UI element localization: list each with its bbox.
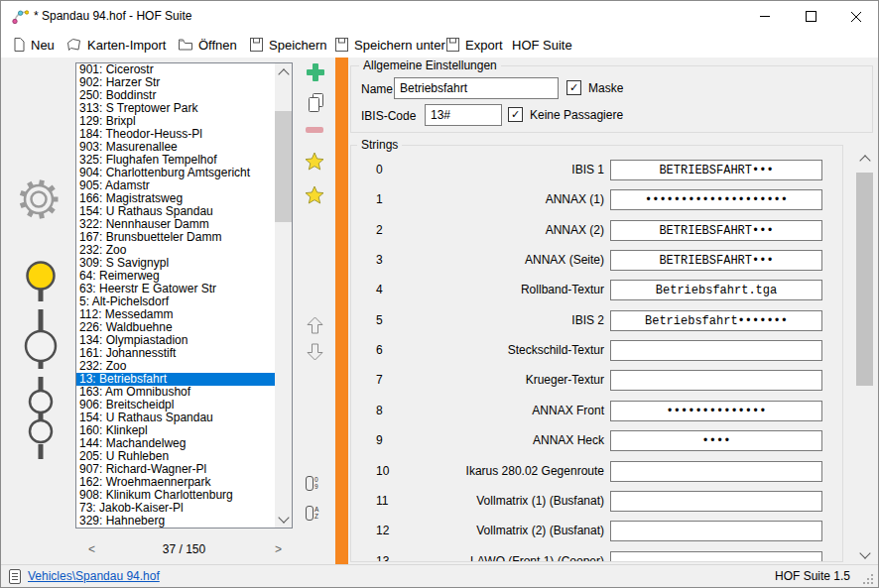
toolbar-speichern-button[interactable]: Speichern bbox=[250, 32, 327, 58]
stop-list-item[interactable]: 129: Brixpl bbox=[76, 115, 275, 128]
maske-checkbox[interactable]: ✓ bbox=[566, 80, 581, 95]
string-input[interactable] bbox=[610, 370, 822, 391]
string-input[interactable] bbox=[610, 250, 822, 271]
stop-list-item[interactable]: 226: Waldbuehne bbox=[76, 321, 275, 334]
sort-alpha-icon[interactable]: A Z bbox=[306, 506, 318, 521]
keine-passagiere-checkbox[interactable]: ✓ bbox=[508, 107, 523, 122]
sort-numeric-icon[interactable]: 0 9 bbox=[306, 476, 318, 491]
arrow-down-icon bbox=[307, 343, 323, 361]
list-scrollbar-thumb[interactable] bbox=[275, 111, 292, 222]
minimize-button[interactable] bbox=[742, 1, 788, 32]
string-input[interactable] bbox=[610, 189, 822, 210]
stop-list-item[interactable]: 64: Reimerweg bbox=[76, 270, 275, 283]
scroll-down-button[interactable] bbox=[275, 511, 292, 528]
favorite-star-button[interactable] bbox=[305, 152, 324, 175]
stop-list-item[interactable]: 167: Brunsbuetteler Damm bbox=[76, 231, 275, 244]
stop-list-item-selected[interactable]: 13: Betriebsfahrt bbox=[76, 373, 275, 386]
move-down-button[interactable] bbox=[307, 343, 323, 365]
stop-list-item[interactable]: 250: Boddinstr bbox=[76, 89, 275, 102]
ibis-code-input[interactable] bbox=[425, 104, 502, 126]
string-input[interactable] bbox=[610, 280, 822, 300]
string-input[interactable] bbox=[610, 340, 822, 361]
string-input[interactable] bbox=[610, 220, 822, 241]
stop-list-item[interactable]: 906: Breitscheidpl bbox=[76, 399, 275, 412]
toolbar-hof-suite-menu[interactable]: HOF Suite bbox=[512, 32, 572, 58]
stop-list-item[interactable]: 905: Adamstr bbox=[76, 179, 275, 192]
stop-list-item[interactable]: 325: Flughafen Tempelhof bbox=[76, 154, 275, 167]
add-button[interactable] bbox=[307, 63, 324, 81]
favorite-star-button-2[interactable] bbox=[305, 185, 324, 208]
list-scrollbar[interactable] bbox=[275, 63, 292, 528]
panel-scroll-down-button[interactable] bbox=[856, 546, 873, 563]
panel-scrollbar-thumb[interactable] bbox=[856, 173, 873, 386]
file-icon bbox=[9, 569, 21, 588]
stop-list-item[interactable]: 903: Masurenallee bbox=[76, 141, 275, 154]
stop-list-item[interactable]: 329: Hahneberg bbox=[76, 515, 275, 528]
resize-grip[interactable] bbox=[871, 582, 873, 584]
current-stop-marker bbox=[28, 263, 55, 290]
stop-list-item[interactable]: 63: Heerstr E Gatower Str bbox=[76, 283, 275, 295]
stop-list-item[interactable]: 161: Johannesstift bbox=[76, 347, 275, 360]
stop-list-item[interactable]: 184: Theodor-Heuss-Pl bbox=[76, 128, 275, 141]
stop-list-item[interactable]: 144: Machandelweg bbox=[76, 437, 275, 450]
string-index: 7 bbox=[376, 373, 383, 387]
string-input[interactable] bbox=[610, 160, 822, 180]
string-input[interactable] bbox=[610, 430, 822, 451]
string-input[interactable] bbox=[610, 461, 822, 482]
move-up-button[interactable] bbox=[307, 316, 323, 338]
scroll-up-button[interactable] bbox=[275, 63, 292, 80]
stop-list-item[interactable]: 232: Zoo bbox=[76, 360, 275, 373]
general-settings-legend: Allgemeine Einstellungen bbox=[359, 59, 501, 72]
stop-list-item[interactable]: 134: Olympiastadion bbox=[76, 334, 275, 347]
toolbar-speichern-unter-button[interactable]: Speichern unter bbox=[335, 32, 445, 58]
next-stop-button[interactable]: > bbox=[275, 541, 282, 557]
string-index: 10 bbox=[376, 464, 389, 478]
route-stops-graphic bbox=[1, 257, 80, 471]
stop-list-item[interactable]: 904: Charlottenburg Amtsgericht bbox=[76, 167, 275, 179]
stop-marker bbox=[30, 391, 52, 412]
string-input[interactable] bbox=[610, 401, 822, 421]
duplicate-button[interactable] bbox=[309, 93, 323, 116]
toolbar-karten-import-button[interactable]: Karten-Import bbox=[66, 32, 166, 58]
stop-list-item[interactable]: 112: Messedamm bbox=[76, 308, 275, 321]
string-input[interactable] bbox=[610, 491, 822, 512]
file-path-link[interactable]: Vehicles\Spandau 94.hof bbox=[28, 569, 160, 583]
stop-list-item[interactable]: 162: Wroehmaennerpark bbox=[76, 476, 275, 489]
stop-list-item[interactable]: 154: U Rathaus Spandau bbox=[76, 412, 275, 424]
string-label: ANNAX (2) bbox=[406, 223, 604, 237]
maximize-button[interactable] bbox=[788, 1, 833, 32]
string-label: IBIS 2 bbox=[406, 313, 604, 327]
toolbar-oeffnen-button[interactable]: Öffnen bbox=[179, 32, 237, 58]
remove-button[interactable] bbox=[306, 127, 323, 133]
stop-list-item[interactable]: 907: Richard-Wagner-Pl bbox=[76, 463, 275, 476]
stop-list-item[interactable]: 163: Am Omnibushof bbox=[76, 386, 275, 399]
stop-list-item[interactable]: 908: Klinikum Charlottenburg bbox=[76, 489, 275, 502]
close-button[interactable] bbox=[833, 1, 879, 32]
stop-list-item[interactable]: 901: Cicerostr bbox=[76, 63, 275, 76]
string-label: Rollband-Textur bbox=[406, 283, 604, 296]
panel-scrollbar[interactable] bbox=[856, 150, 873, 563]
stop-list-item[interactable]: 160: Klinkepl bbox=[76, 424, 275, 437]
stop-listbox[interactable]: 901: Cicerostr 902: Harzer Str 250: Bodd… bbox=[75, 62, 293, 529]
stop-list-item[interactable]: 322: Nennhauser Damm bbox=[76, 218, 275, 231]
stop-list-item[interactable]: 309: S Savignypl bbox=[76, 257, 275, 270]
string-input[interactable] bbox=[610, 551, 822, 562]
string-input[interactable] bbox=[610, 310, 822, 331]
stop-list-item[interactable]: 166: Magistratsweg bbox=[76, 192, 275, 205]
string-index: 3 bbox=[376, 253, 383, 267]
stop-list-item[interactable]: 232: Zoo bbox=[76, 244, 275, 257]
stop-list-item[interactable]: 73: Jakob-Kaiser-Pl bbox=[76, 502, 275, 515]
panel-scroll-up-button[interactable] bbox=[856, 150, 873, 167]
stop-list-item[interactable]: 205: U Ruhleben bbox=[76, 450, 275, 463]
name-input[interactable] bbox=[394, 77, 559, 99]
stop-list-item[interactable]: 902: Harzer Str bbox=[76, 76, 275, 89]
title-bar[interactable]: * Spandau 94.hof - HOF Suite bbox=[1, 1, 878, 32]
stop-list-item[interactable]: 313: S Treptower Park bbox=[76, 102, 275, 115]
toolbar-neu-button[interactable]: Neu bbox=[14, 32, 55, 58]
stop-list-item[interactable]: 154: U Rathaus Spandau bbox=[76, 205, 275, 218]
stop-list-item[interactable]: 5: Alt-Pichelsdorf bbox=[76, 295, 275, 308]
gear-icon[interactable] bbox=[17, 177, 61, 225]
toolbar-export-button[interactable]: Export bbox=[446, 32, 503, 58]
toolbar: Neu Karten-Import Öffnen Speichern Speic… bbox=[1, 32, 878, 58]
string-input[interactable] bbox=[610, 521, 822, 541]
